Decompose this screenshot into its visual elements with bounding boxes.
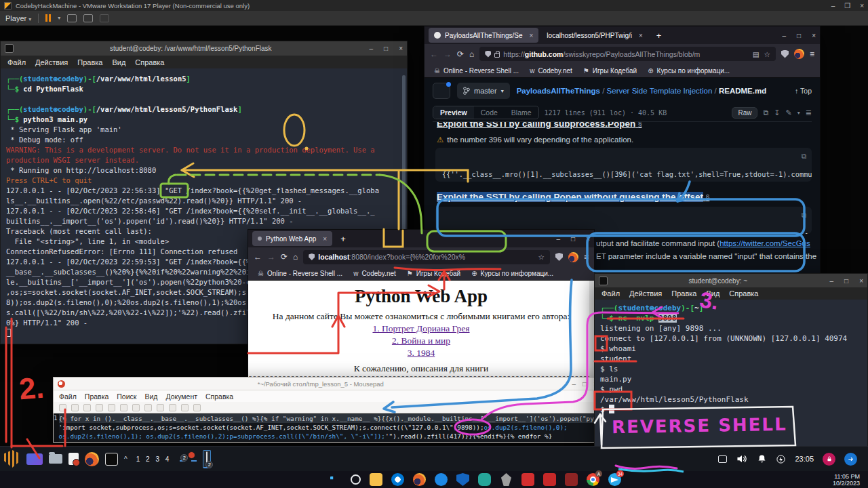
terminal2-close-button[interactable]: × [859, 277, 863, 285]
app-icon-blue-dot[interactable] [435, 473, 448, 486]
github-window-minimize-button[interactable]: – [783, 32, 787, 39]
terminal1-titlebar[interactable]: student@codeby: /var/www/html/lesson5/Py… [1, 41, 407, 56]
chrome-icon[interactable]: A [587, 473, 599, 486]
new-tab-button[interactable]: + [651, 30, 667, 41]
webapp-window-close-button[interactable]: × [586, 235, 590, 243]
kali-menu-icon[interactable] [4, 450, 20, 468]
github-window-maximize-button[interactable]: □ [797, 32, 801, 39]
download-icon[interactable]: ↧ [774, 108, 780, 117]
forward-icon[interactable]: → [443, 49, 452, 59]
menu-edit[interactable]: Правка [671, 289, 696, 298]
copy-code-icon[interactable]: ⧉ [802, 211, 806, 220]
bookmark-games[interactable]: ⚑Игры Кодебай [583, 67, 637, 75]
menu-help[interactable]: Справка [205, 392, 233, 401]
home-icon[interactable]: ⌂ [293, 252, 298, 262]
book-link-war-and-peace[interactable]: 2. Война и мир [248, 336, 594, 346]
menu-search[interactable]: Поиск [117, 392, 136, 401]
window-list-icon[interactable] [718, 455, 727, 463]
panel-expand-icon[interactable]: ^ [124, 455, 127, 463]
tracking-shield-icon[interactable] [485, 51, 491, 58]
webapp-window-minimize-button[interactable]: – [557, 235, 561, 243]
menu-file[interactable]: Файл [601, 289, 620, 298]
breadcrumb-folder[interactable]: Server Side Template Injection [607, 87, 713, 95]
windows-search-icon[interactable] [351, 474, 361, 485]
mousepad-editor[interactable]: 1 {% for x in ().__class__.__base__.__su… [54, 413, 601, 442]
toolbar-icon[interactable] [59, 404, 66, 411]
session-button-icon[interactable] [844, 453, 857, 466]
terminal2-titlebar[interactable]: student@codeby: ~ – □ × [595, 274, 867, 287]
bookmark-codeby[interactable]: wCodeby.net [353, 270, 396, 277]
tab-phptwig[interactable]: localhost/lesson5/PHPTwig/i × [541, 28, 648, 43]
toolbar-icon[interactable] [96, 404, 103, 411]
back-icon[interactable]: ← [254, 252, 262, 262]
toolbar-icon[interactable] [169, 404, 176, 411]
menu-actions[interactable]: Действия [629, 289, 662, 298]
tab-python-web-app[interactable]: Python Web App × [252, 231, 332, 246]
terminal1-minimize-button[interactable]: – [370, 45, 374, 52]
menu-view[interactable]: Вид [112, 58, 125, 66]
menu-help[interactable]: Справка [135, 58, 164, 66]
task-firefox[interactable]: 2 [180, 456, 185, 462]
code-block-subprocess[interactable]: {{''.__class__.mro()[1].__subclasses__()… [435, 148, 812, 182]
forward-icon[interactable]: → [267, 252, 275, 262]
vmware-restore-button[interactable]: ❐ [844, 2, 850, 9]
send-ctrl-alt-del-button[interactable] [67, 14, 77, 22]
webapp-scrollbar[interactable] [589, 281, 594, 382]
editor-text[interactable]: {% for x in ().__class__.__base__.__subc… [59, 413, 601, 442]
task-terminal[interactable]: 2 [203, 450, 211, 468]
github-window-close-button[interactable]: × [812, 32, 816, 39]
terminal1-scrollbar[interactable] [402, 75, 406, 235]
vm-clock[interactable]: 23:05 [795, 455, 814, 463]
fullscreen-button[interactable] [83, 14, 93, 22]
github-urlbar[interactable]: https://github.com/swisskyrepo/PayloadsA… [479, 47, 776, 61]
extension-shield-icon[interactable] [555, 253, 563, 261]
telegram-icon[interactable]: 34 [608, 473, 621, 486]
app-icon-red-gear-1[interactable] [521, 473, 534, 486]
tab-blame[interactable]: Blame [505, 106, 538, 119]
back-to-top-link[interactable]: ↑ Top [795, 87, 812, 95]
toolbar-icon[interactable] [181, 404, 189, 411]
file-explorer-icon[interactable] [370, 473, 382, 486]
tab-close-icon[interactable]: × [530, 32, 534, 39]
terminal2-minimize-button[interactable]: – [830, 277, 834, 285]
toolbar-icon[interactable] [157, 404, 164, 411]
menu-document[interactable]: Документ [165, 392, 197, 401]
reader-mode-icon[interactable]: ▤ [753, 50, 760, 58]
mousepad-launcher-icon[interactable] [68, 453, 79, 465]
task-mousepad[interactable] [191, 456, 197, 462]
tab-preview[interactable]: Preview [433, 106, 474, 119]
bookmark-star-icon[interactable]: ☆ [764, 50, 770, 58]
bookmark-reverse-shell[interactable]: ☠Online - Reverse Shell ... [258, 270, 342, 277]
firefox-account-icon[interactable] [794, 49, 804, 59]
app-icon-media[interactable] [565, 473, 578, 486]
menu-view[interactable]: Вид [706, 289, 719, 298]
toolbar-icon[interactable] [144, 404, 152, 411]
notifications-bell-icon[interactable] [757, 453, 767, 464]
terminal2-maximize-button[interactable]: □ [844, 277, 848, 285]
firefox-account-icon[interactable] [568, 252, 578, 262]
webapp-window-maximize-button[interactable]: □ [571, 235, 575, 243]
host-clock[interactable]: 11:05 PM 10/2/2023 [833, 473, 868, 487]
back-icon[interactable]: ← [430, 49, 438, 59]
bookmark-reverse-shell[interactable]: ☠Online - Reverse Shell ... [434, 67, 519, 75]
toolbar-icon[interactable] [108, 404, 115, 411]
mousepad-titlebar[interactable]: *~/Рабочий стол/tmp_lesson_5 - Mousepad … [54, 378, 601, 390]
tab-close-icon[interactable]: × [323, 235, 327, 243]
bookmark-courses[interactable]: ⊕Курсы по информаци... [648, 67, 730, 75]
app-icon-gray-moth[interactable] [500, 473, 513, 486]
menu-edit[interactable]: Правка [77, 58, 102, 66]
power-manager-icon[interactable] [776, 454, 786, 464]
firefox-host-icon[interactable] [413, 473, 426, 486]
file-tree-button[interactable] [433, 83, 450, 99]
book-link-dorian-gray[interactable]: 1. Портрет Дориана Грея [248, 323, 594, 334]
vmware-minimize-button[interactable]: – [831, 2, 835, 9]
breadcrumb-repo[interactable]: PayloadsAllTheThings [517, 87, 600, 95]
reload-icon[interactable]: ⟳ [281, 252, 288, 262]
terminal-launcher-icon[interactable] [105, 453, 118, 466]
webapp-urlbar[interactable]: localhost:8080/index?book={%%20for%20x% … [303, 250, 550, 264]
menu-file[interactable]: Файл [59, 392, 77, 401]
tracking-shield-icon[interactable] [309, 253, 315, 260]
menu-help[interactable]: Справка [729, 289, 758, 298]
tab-close-icon[interactable]: × [639, 32, 643, 39]
tab-code[interactable]: Code [474, 106, 505, 119]
